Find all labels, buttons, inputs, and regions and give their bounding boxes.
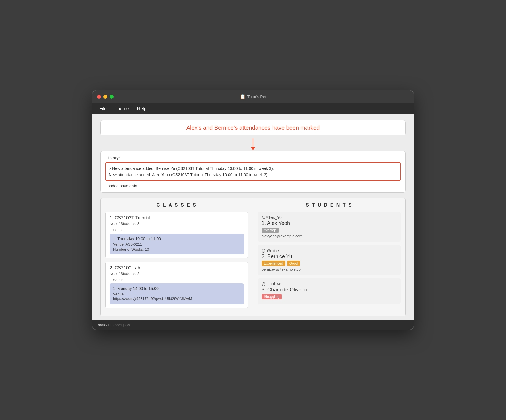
- menubar: File Theme Help: [92, 103, 414, 114]
- banner-text: Alex's and Bernice's attendances have be…: [186, 125, 320, 131]
- bottom-padding: [100, 316, 406, 320]
- student-tags-1: Average: [262, 228, 397, 233]
- history-highlighted-box: > New attendance added: Bernice Yu (CS21…: [105, 162, 401, 181]
- students-panel-title: S T U D E N T S: [258, 203, 401, 208]
- menu-theme[interactable]: Theme: [111, 105, 133, 112]
- student-card-3[interactable]: @C_Ol1ve 3. Charlotte Oliveiro Strugglin…: [258, 278, 401, 304]
- lessons-label-1: Lessons:: [110, 228, 244, 232]
- classes-panel-title: C L A S S E S: [105, 203, 248, 208]
- close-button[interactable]: [97, 95, 101, 99]
- student-tags-3: Struggling: [262, 294, 397, 299]
- traffic-lights: [97, 95, 114, 99]
- student-handle-1: @A1ex_Yo: [262, 215, 397, 220]
- student-card-2[interactable]: @b3rnice 2. Bernice Yu Experienced Good …: [258, 245, 401, 275]
- window-title: 📋 Tutor's Pet: [240, 94, 266, 99]
- lessons-label-2: Lessons:: [110, 277, 244, 282]
- panels-container: C L A S S E S 1. CS2103T Tutorial No. of…: [100, 198, 406, 316]
- app-icon: 📋: [240, 94, 246, 99]
- student-name-1: 1. Alex Yeoh: [262, 220, 397, 226]
- main-content: Alex's and Bernice's attendances have be…: [92, 114, 414, 320]
- lesson-venue-1-1: Venue: AS6-0211: [113, 242, 240, 246]
- menu-help[interactable]: Help: [134, 105, 150, 112]
- minimize-button[interactable]: [103, 95, 107, 99]
- titlebar: 📋 Tutor's Pet: [92, 90, 414, 103]
- lesson-weeks-1-1: Number of Weeks: 10: [113, 247, 240, 252]
- student-name-2: 2. Bernice Yu: [262, 254, 397, 260]
- class-students-2: No. of Students: 2: [110, 271, 244, 276]
- lesson-time-1-1: 1. Thursday 10:00 to 11:00: [113, 236, 240, 241]
- class-name-1: 1. CS2103T Tutorial: [110, 215, 244, 221]
- history-item-1: New attendance added: Alex Yeoh (CS2103T…: [109, 172, 397, 178]
- statusbar-text: ./data/tutorspet.json: [97, 323, 130, 327]
- students-panel: S T U D E N T S @A1ex_Yo 1. Alex Yeoh Av…: [253, 198, 405, 316]
- class-name-2: 2. CS2100 Lab: [110, 265, 244, 271]
- lesson-time-2-1: 1. Monday 14:00 to 15:00: [113, 286, 240, 291]
- menu-file[interactable]: File: [96, 105, 110, 112]
- statusbar: ./data/tutorspet.json: [92, 320, 414, 330]
- history-section: History: > New attendance added: Bernice…: [100, 151, 406, 193]
- success-banner: Alex's and Bernice's attendances have be…: [100, 120, 406, 135]
- arrow-indicator: [100, 138, 406, 151]
- student-tag-good: Good: [287, 261, 300, 266]
- title-text: Tutor's Pet: [247, 94, 266, 99]
- arrow-line: [253, 138, 253, 147]
- arrow-head: [251, 147, 255, 150]
- maximize-button[interactable]: [110, 95, 114, 99]
- student-email-1: alexyeoh@example.com: [262, 234, 397, 238]
- class-card-2[interactable]: 2. CS2100 Lab No. of Students: 2 Lessons…: [105, 262, 248, 308]
- history-label: History:: [105, 155, 401, 160]
- student-tag-experienced: Experienced: [262, 261, 285, 266]
- student-tag-struggling: Struggling: [262, 294, 282, 299]
- student-tag-average: Average: [262, 228, 279, 233]
- class-card-1[interactable]: 1. CS2103T Tutorial No. of Students: 3 L…: [105, 212, 248, 258]
- student-handle-2: @b3rnice: [262, 248, 397, 253]
- student-email-2: berniceyu@example.com: [262, 267, 397, 271]
- lesson-card-2-1: 1. Monday 14:00 to 15:00 Venue:https://z…: [110, 283, 244, 304]
- classes-panel: C L A S S E S 1. CS2103T Tutorial No. of…: [101, 198, 253, 316]
- lesson-card-1-1: 1. Thursday 10:00 to 11:00 Venue: AS6-02…: [110, 234, 244, 254]
- student-card-1[interactable]: @A1ex_Yo 1. Alex Yeoh Average alexyeoh@e…: [258, 212, 401, 242]
- student-tags-2: Experienced Good: [262, 261, 397, 266]
- lesson-venue-2-1: Venue:https://zoom/j/95317249?)pwd=UIId2…: [113, 292, 240, 301]
- student-name-3: 3. Charlotte Oliveiro: [262, 287, 397, 293]
- student-handle-3: @C_Ol1ve: [262, 282, 397, 286]
- history-item-0: > New attendance added: Bernice Yu (CS21…: [109, 165, 397, 172]
- history-normal-item: Loaded save data.: [105, 182, 401, 188]
- class-students-1: No. of Students: 3: [110, 221, 244, 226]
- app-window: 📋 Tutor's Pet File Theme Help Alex's and…: [92, 90, 414, 330]
